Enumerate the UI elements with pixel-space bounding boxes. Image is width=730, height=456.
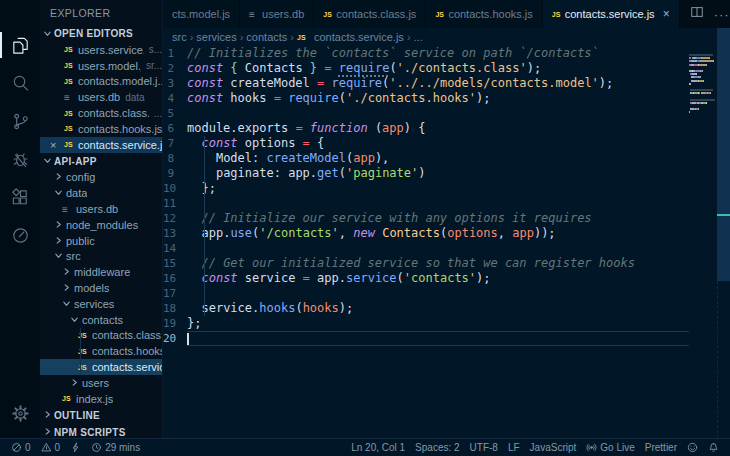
section-open-editors[interactable]: OPEN EDITORS xyxy=(40,25,162,42)
open-editor-item[interactable]: ≡users.dbdata xyxy=(40,89,162,105)
tree-item-node-modules[interactable]: node_modules xyxy=(40,217,162,233)
tree-item-contacts-class-js[interactable]: JScontacts.class.js xyxy=(40,328,162,344)
tab-cts-model-js[interactable]: cts.model.js xyxy=(163,0,240,28)
tab-contacts-class-js[interactable]: JScontacts.class.js xyxy=(314,0,426,28)
code-line[interactable]: 6module.exports = function (app) { xyxy=(163,121,689,136)
open-editor-item[interactable]: JScontacts.hooks.js... xyxy=(40,121,162,137)
open-editor-item[interactable]: JScontacts.class.js... xyxy=(40,105,162,121)
status-lf[interactable]: LF xyxy=(503,442,525,453)
code-line[interactable]: 9 paginate: app.get('paginate') xyxy=(163,166,689,181)
tree-indent-guide xyxy=(80,359,81,375)
status-lightning[interactable] xyxy=(65,439,86,456)
split-editor-icon[interactable] xyxy=(690,5,704,23)
activity-item-timer[interactable] xyxy=(0,216,40,254)
code-line[interactable]: 15 // Get our initialized service so tha… xyxy=(163,256,689,271)
activity-item-search[interactable] xyxy=(0,64,40,102)
code-line[interactable]: 20 xyxy=(163,331,689,346)
code-line[interactable]: 16 const service = app.service('contacts… xyxy=(163,271,689,286)
token: ) xyxy=(418,166,425,180)
status-ln-20-col-1[interactable]: Ln 20, Col 1 xyxy=(346,442,410,453)
status-29-mins[interactable]: 29 mins xyxy=(86,439,145,456)
code-line[interactable]: 7 const options = { xyxy=(163,136,689,151)
tab-contacts-service-js[interactable]: JScontacts.service.js× xyxy=(543,0,680,28)
tab-contacts-hooks-js[interactable]: JScontacts.hooks.js xyxy=(426,0,542,28)
indent-guide xyxy=(204,136,205,316)
line-number: 2 xyxy=(163,61,187,76)
tree-item-middleware[interactable]: middleware xyxy=(40,264,162,280)
status-javascript[interactable]: JavaScript xyxy=(525,442,582,453)
token: use xyxy=(230,226,252,240)
open-editor-item[interactable]: ×JScontacts.service.j... xyxy=(40,137,162,153)
status-go-live[interactable]: Go Live xyxy=(581,442,639,453)
close-editor-icon[interactable]: × xyxy=(50,139,64,151)
code-line[interactable]: 14 xyxy=(163,241,689,256)
tree-item-contacts-service-js[interactable]: JScontacts.service.js xyxy=(40,359,162,375)
activity-item-source-control[interactable] xyxy=(0,102,40,140)
code-text xyxy=(187,106,689,121)
code-line[interactable]: 11 xyxy=(163,196,689,211)
scrollbar[interactable] xyxy=(717,28,730,281)
tree-item-src[interactable]: src xyxy=(40,249,162,265)
activity-item-extensions[interactable] xyxy=(0,178,40,216)
breadcrumb-item[interactable]: contacts xyxy=(246,31,287,43)
tree-item-public[interactable]: public xyxy=(40,233,162,249)
tree-item-users-db[interactable]: ≡users.db xyxy=(40,201,162,217)
minimap-line xyxy=(689,57,716,59)
code-line[interactable]: 12 // Initialize our service with any op… xyxy=(163,211,689,226)
code-line[interactable]: 10 }; xyxy=(163,181,689,196)
tree-item-contacts[interactable]: contacts xyxy=(40,312,162,328)
tab-close-icon[interactable]: × xyxy=(663,7,670,21)
database-file-icon: ≡ xyxy=(62,204,76,215)
section-outline[interactable]: OUTLINE xyxy=(40,407,162,424)
tree-item-config[interactable]: config xyxy=(40,170,162,186)
status-spaces-2[interactable]: Spaces: 2 xyxy=(410,442,464,453)
status-prettier[interactable]: Prettier xyxy=(640,442,682,453)
status-0[interactable]: 0 xyxy=(6,439,36,456)
tree-item-services[interactable]: services xyxy=(40,296,162,312)
section-project-root[interactable]: API-APP xyxy=(40,153,162,170)
code-line[interactable]: 1// Initializes the `contacts` service o… xyxy=(163,46,689,61)
status-0[interactable]: 0 xyxy=(36,439,66,456)
status-label: Spaces: 2 xyxy=(415,442,459,453)
more-actions-icon[interactable]: ··· xyxy=(714,7,730,22)
activity-item-explorer[interactable] xyxy=(0,26,40,64)
status-label: 29 mins xyxy=(105,442,140,453)
status-smiley[interactable] xyxy=(682,442,703,453)
token: } xyxy=(310,61,317,75)
activity-item-debug[interactable] xyxy=(0,140,40,178)
minimap[interactable] xyxy=(689,54,716,118)
status-bell[interactable] xyxy=(703,442,724,453)
breadcrumb-item[interactable]: ... xyxy=(414,31,423,43)
breadcrumb-item[interactable]: JScontacts.service.js xyxy=(297,31,404,43)
tab-users-db[interactable]: ≡users.db xyxy=(240,0,314,28)
code-editor[interactable]: 1// Initializes the `contacts` service o… xyxy=(163,46,689,346)
open-editor-item[interactable]: JScontacts.model.j... xyxy=(40,74,162,90)
breadcrumb-item[interactable]: src xyxy=(172,31,187,43)
minimap-line xyxy=(689,99,716,101)
tree-item-data[interactable]: data xyxy=(40,185,162,201)
js-file-icon: JS xyxy=(64,78,78,85)
breadcrumb-item[interactable]: services xyxy=(196,31,236,43)
tree-item-users[interactable]: users xyxy=(40,375,162,391)
code-line[interactable]: 19}; xyxy=(163,316,689,331)
timer-icon xyxy=(10,225,31,246)
minimap-line xyxy=(689,80,716,82)
code-line[interactable]: 3const createModel = require('../../mode… xyxy=(163,76,689,91)
code-line[interactable]: 5 xyxy=(163,106,689,121)
code-text xyxy=(187,331,689,346)
tree-item-contacts-hooks-js[interactable]: JScontacts.hooks.js xyxy=(40,343,162,359)
code-line[interactable]: 18 service.hooks(hooks); xyxy=(163,301,689,316)
status-utf-8[interactable]: UTF-8 xyxy=(465,442,503,453)
open-editor-item[interactable]: JSusers.service.jss... xyxy=(40,42,162,58)
code-line[interactable]: 8 Model: createModel(app), xyxy=(163,151,689,166)
open-editor-item[interactable]: JSusers.model.jssr... xyxy=(40,58,162,74)
section-npm-scripts[interactable]: NPM SCRIPTS xyxy=(40,424,162,438)
tree-item-index-js[interactable]: JSindex.js xyxy=(40,391,162,407)
code-line[interactable]: 13 app.use('/contacts', new Contacts(opt… xyxy=(163,226,689,241)
activity-item-settings[interactable] xyxy=(0,394,40,432)
code-line[interactable]: 2const { Contacts } = require('./contact… xyxy=(163,61,689,76)
tree-item-models[interactable]: models xyxy=(40,280,162,296)
code-line[interactable]: 17 xyxy=(163,286,689,301)
js-file-icon: JS xyxy=(64,125,78,132)
code-line[interactable]: 4const hooks = require('./contacts.hooks… xyxy=(163,91,689,106)
